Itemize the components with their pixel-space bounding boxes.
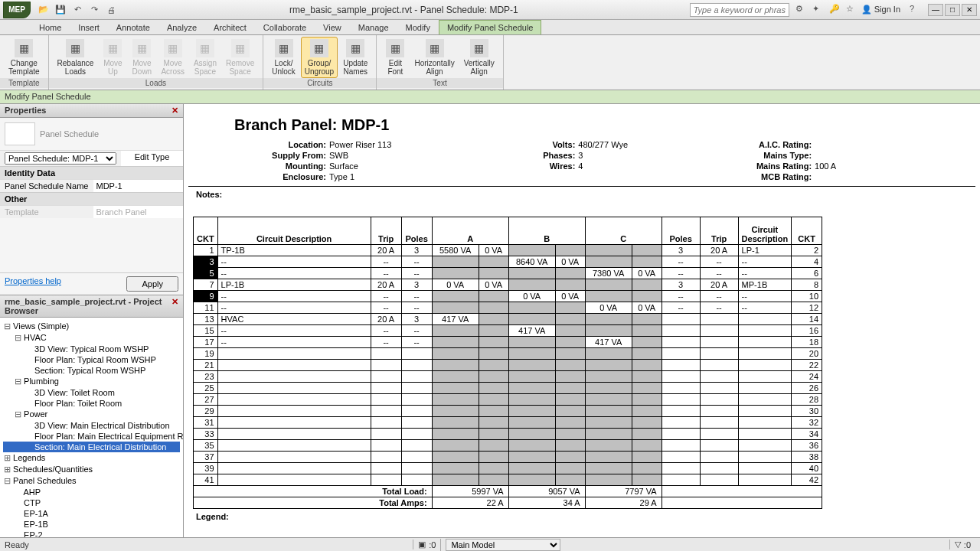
cell-desc[interactable]: -- bbox=[217, 325, 371, 337]
cell-a2[interactable] bbox=[479, 360, 508, 371]
cell-rtrip[interactable] bbox=[700, 348, 738, 360]
help-icon[interactable]: ? bbox=[910, 4, 922, 16]
schedule-row[interactable]: 2324 bbox=[194, 371, 822, 383]
cell-c2[interactable] bbox=[632, 474, 662, 486]
lock-unlock-button[interactable]: ▦Lock/Unlock bbox=[268, 37, 299, 78]
cell-b[interactable] bbox=[508, 429, 555, 440]
cell-c[interactable] bbox=[585, 279, 632, 291]
cell-c2[interactable] bbox=[632, 314, 662, 325]
cell-rckt[interactable]: 6 bbox=[792, 268, 822, 279]
cell-poles[interactable]: 3 bbox=[401, 279, 432, 291]
cell-c2[interactable] bbox=[632, 256, 662, 268]
cell-trip[interactable] bbox=[371, 474, 401, 486]
cell-ckt[interactable]: 15 bbox=[194, 325, 218, 337]
cell-a2[interactable] bbox=[479, 302, 508, 314]
cell-rpoles[interactable] bbox=[662, 474, 700, 486]
tab-home[interactable]: Home bbox=[31, 20, 70, 34]
cell-desc[interactable]: HVAC bbox=[217, 314, 371, 325]
cell-rpoles[interactable]: -- bbox=[662, 302, 700, 314]
edit-type-button[interactable]: Edit Type bbox=[121, 151, 183, 166]
schedule-row[interactable]: 2526 bbox=[194, 383, 822, 394]
cell-rckt[interactable]: 20 bbox=[792, 348, 822, 360]
cell-ckt[interactable]: 41 bbox=[194, 474, 218, 486]
cell-rdesc[interactable] bbox=[738, 452, 792, 463]
cell-a2[interactable]: 0 VA bbox=[479, 245, 508, 256]
schedule-row[interactable]: 3------8640 VA0 VA------4 bbox=[194, 256, 822, 268]
cell-ckt[interactable]: 17 bbox=[194, 337, 218, 348]
cell-c2[interactable] bbox=[632, 383, 662, 394]
cell-rtrip[interactable] bbox=[700, 417, 738, 429]
cell-poles[interactable] bbox=[401, 394, 432, 406]
cell-rpoles[interactable]: 3 bbox=[662, 279, 700, 291]
cell-c2[interactable] bbox=[632, 348, 662, 360]
cell-c[interactable] bbox=[585, 256, 632, 268]
cell-rpoles[interactable] bbox=[662, 383, 700, 394]
cell-rdesc[interactable] bbox=[738, 383, 792, 394]
cell-c2[interactable]: 0 VA bbox=[632, 268, 662, 279]
cell-b2[interactable] bbox=[555, 440, 585, 452]
cell-rdesc[interactable]: MP-1B bbox=[738, 279, 792, 291]
cell-c2[interactable] bbox=[632, 394, 662, 406]
cell-trip[interactable] bbox=[371, 371, 401, 383]
cell-c2[interactable]: 0 VA bbox=[632, 302, 662, 314]
schedule-row[interactable]: 3536 bbox=[194, 440, 822, 452]
schedule-row[interactable]: 2122 bbox=[194, 360, 822, 371]
cell-ckt[interactable]: 21 bbox=[194, 360, 218, 371]
tree-node[interactable]: ⊟ Views (Simple) bbox=[3, 321, 180, 332]
cell-trip[interactable]: 20 A bbox=[371, 314, 401, 325]
cell-desc[interactable] bbox=[217, 371, 371, 383]
cell-ckt[interactable]: 11 bbox=[194, 302, 218, 314]
cell-c[interactable] bbox=[585, 383, 632, 394]
cell-b2[interactable] bbox=[555, 417, 585, 429]
cell-b[interactable] bbox=[508, 383, 555, 394]
tab-annotate[interactable]: Annotate bbox=[108, 20, 158, 34]
panel-name-input[interactable] bbox=[96, 181, 181, 191]
properties-close-icon[interactable]: ✕ bbox=[172, 106, 178, 116]
cell-rpoles[interactable] bbox=[662, 337, 700, 348]
cell-a[interactable] bbox=[432, 291, 479, 302]
favorite-icon[interactable]: ☆ bbox=[846, 4, 858, 16]
cell-a[interactable] bbox=[432, 268, 479, 279]
cell-rckt[interactable]: 10 bbox=[792, 291, 822, 302]
cell-a2[interactable] bbox=[479, 314, 508, 325]
cell-a2[interactable] bbox=[479, 429, 508, 440]
cell-trip[interactable] bbox=[371, 440, 401, 452]
tree-node[interactable]: Floor Plan: Main Electrical Equipment Ro… bbox=[3, 431, 180, 442]
cell-ckt[interactable]: 27 bbox=[194, 394, 218, 406]
cell-b[interactable] bbox=[508, 417, 555, 429]
cell-trip[interactable] bbox=[371, 452, 401, 463]
cell-desc[interactable] bbox=[217, 429, 371, 440]
cell-rtrip[interactable]: 20 A bbox=[700, 245, 738, 256]
cell-b2[interactable] bbox=[555, 279, 585, 291]
cell-poles[interactable] bbox=[401, 452, 432, 463]
cell-rckt[interactable]: 12 bbox=[792, 302, 822, 314]
cell-a2[interactable] bbox=[479, 337, 508, 348]
cell-rpoles[interactable] bbox=[662, 325, 700, 337]
cell-c[interactable]: 0 VA bbox=[585, 302, 632, 314]
tree-node[interactable]: 3D View: Toilet Room bbox=[3, 387, 180, 398]
cell-c[interactable] bbox=[585, 360, 632, 371]
cell-trip[interactable]: -- bbox=[371, 337, 401, 348]
cell-c2[interactable] bbox=[632, 279, 662, 291]
cell-c[interactable] bbox=[585, 325, 632, 337]
cell-trip[interactable]: -- bbox=[371, 302, 401, 314]
cell-b2[interactable] bbox=[555, 348, 585, 360]
cell-trip[interactable] bbox=[371, 360, 401, 371]
cell-b[interactable] bbox=[508, 452, 555, 463]
cell-desc[interactable]: LP-1B bbox=[217, 279, 371, 291]
schedule-row[interactable]: 4142 bbox=[194, 474, 822, 486]
cell-ckt[interactable]: 9 bbox=[194, 291, 218, 302]
cell-c[interactable] bbox=[585, 474, 632, 486]
cell-a[interactable] bbox=[432, 463, 479, 474]
schedule-row[interactable]: 1TP-1B20 A35580 VA0 VA320 ALP-12 bbox=[194, 245, 822, 256]
open-icon[interactable]: 📂 bbox=[37, 3, 51, 17]
cell-c2[interactable] bbox=[632, 429, 662, 440]
cell-rckt[interactable]: 22 bbox=[792, 360, 822, 371]
tab-collaborate[interactable]: Collaborate bbox=[255, 20, 315, 34]
cell-b[interactable] bbox=[508, 406, 555, 417]
schedule-row[interactable]: 2728 bbox=[194, 394, 822, 406]
change-template-button[interactable]: ▦ChangeTemplate bbox=[5, 37, 44, 78]
cell-c2[interactable] bbox=[632, 337, 662, 348]
cell-poles[interactable] bbox=[401, 406, 432, 417]
cell-b[interactable]: 0 VA bbox=[508, 291, 555, 302]
